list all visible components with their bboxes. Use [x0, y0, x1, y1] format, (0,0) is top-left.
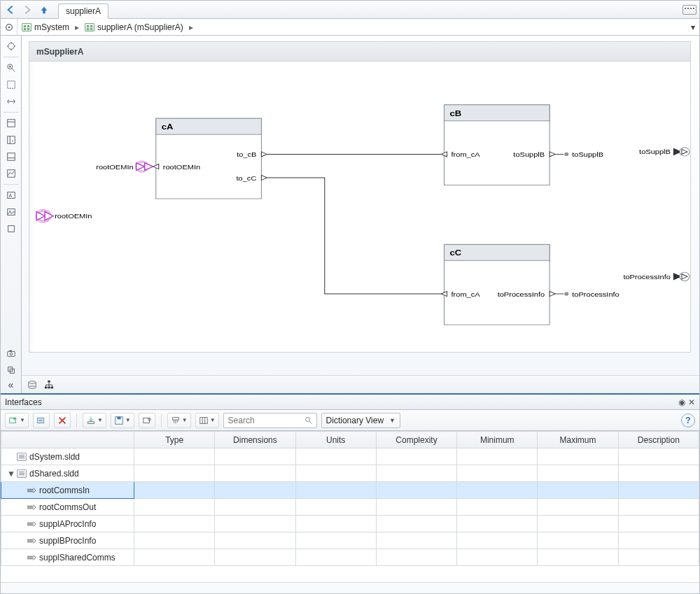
nav-forward-button[interactable]: [20, 3, 34, 16]
cell[interactable]: [618, 549, 699, 566]
save-button[interactable]: ▼: [111, 413, 134, 428]
table-row[interactable]: rootCommsIn: [1, 482, 699, 499]
cell[interactable]: [376, 499, 456, 516]
cell[interactable]: [295, 499, 376, 516]
col-units[interactable]: Units: [295, 432, 376, 448]
table-row[interactable]: supplBProcInfo: [1, 532, 699, 549]
disclosure-toggle[interactable]: ▼: [7, 469, 14, 479]
panel-minimize-button[interactable]: ◉: [678, 397, 685, 407]
cell[interactable]: [215, 516, 295, 532]
output-port-toSupplB[interactable]: toSupplB: [639, 148, 690, 156]
cell[interactable]: [134, 499, 215, 516]
filter-button[interactable]: ▼: [167, 413, 191, 428]
cell[interactable]: [295, 549, 376, 566]
chart-icon[interactable]: [4, 166, 19, 181]
cell[interactable]: [618, 516, 699, 532]
view-selector[interactable]: Dictionary View ▼: [321, 413, 400, 428]
cell[interactable]: [457, 482, 538, 499]
columns-button[interactable]: ▼: [195, 413, 219, 428]
annotation-icon[interactable]: A: [4, 188, 19, 203]
cell[interactable]: [134, 549, 215, 566]
cell[interactable]: [538, 516, 618, 532]
cell[interactable]: [457, 532, 538, 549]
cell[interactable]: [376, 448, 456, 465]
panel-top-icon[interactable]: [4, 115, 19, 131]
cell[interactable]: [376, 516, 456, 532]
table-row[interactable]: supplSharedComms: [1, 549, 699, 566]
cell[interactable]: [215, 482, 295, 499]
cell[interactable]: [538, 549, 618, 566]
target-icon[interactable]: [1, 19, 18, 35]
cell[interactable]: [134, 448, 215, 465]
cell[interactable]: [295, 516, 376, 532]
cell[interactable]: [376, 549, 456, 566]
table-row[interactable]: rootCommsOut: [1, 499, 699, 516]
cell[interactable]: [295, 532, 376, 549]
tab-supplierA[interactable]: supplierA: [58, 3, 108, 19]
cell[interactable]: [457, 499, 538, 516]
cell[interactable]: [618, 448, 699, 465]
cell[interactable]: [457, 448, 538, 465]
cell[interactable]: [618, 532, 699, 549]
cell[interactable]: [295, 465, 376, 482]
cell[interactable]: [215, 549, 295, 566]
cell[interactable]: [618, 499, 699, 516]
interfaces-grid[interactable]: Type Dimensions Units Complexity Minimum…: [1, 431, 699, 582]
cell[interactable]: [618, 482, 699, 499]
cell[interactable]: [215, 532, 295, 549]
image-icon[interactable]: [4, 204, 19, 220]
table-row[interactable]: ▼dShared.sldd: [1, 465, 699, 482]
panel-close-button[interactable]: ✕: [688, 397, 695, 407]
port-rootOEMIn-external[interactable]: [136, 162, 153, 171]
col-type[interactable]: Type: [134, 432, 215, 448]
cell[interactable]: [295, 482, 376, 499]
cell[interactable]: [376, 532, 456, 549]
interfaces-search[interactable]: [223, 413, 317, 428]
breadcrumb-dropdown[interactable]: ▾: [687, 22, 699, 32]
cell[interactable]: [215, 465, 295, 482]
block-cA[interactable]: cA rootOEMIn to_cB to_cC: [153, 118, 267, 199]
tree-column-header[interactable]: [1, 432, 134, 448]
col-minimum[interactable]: Minimum: [457, 432, 538, 448]
cell[interactable]: [134, 532, 215, 549]
link-button[interactable]: [139, 413, 155, 428]
layers-icon[interactable]: [4, 362, 19, 378]
box-icon[interactable]: [4, 221, 19, 236]
cell[interactable]: [134, 465, 215, 482]
cell[interactable]: [538, 499, 618, 516]
output-port-toProcessInfo[interactable]: toProcessInfo: [623, 272, 690, 281]
col-description[interactable]: Description: [618, 432, 699, 448]
import-button[interactable]: ▼: [83, 413, 106, 428]
keyboard-icon[interactable]: [682, 5, 696, 15]
cell[interactable]: [538, 532, 618, 549]
nav-up-button[interactable]: [37, 3, 51, 16]
col-maximum[interactable]: Maximum: [538, 432, 618, 448]
cell[interactable]: [618, 465, 699, 482]
cell[interactable]: [538, 482, 618, 499]
cell[interactable]: [215, 448, 295, 465]
delete-button[interactable]: [54, 413, 71, 428]
panel-bottom-icon[interactable]: [4, 149, 19, 164]
cell[interactable]: [376, 465, 456, 482]
table-row[interactable]: supplAProcInfo: [1, 516, 699, 532]
block-cC[interactable]: cC from_cA toProcessInfo: [441, 244, 555, 325]
cell[interactable]: [538, 448, 618, 465]
add-element-button[interactable]: [33, 413, 50, 428]
root-port-rootOEMIn[interactable]: [36, 211, 53, 222]
nav-back-button[interactable]: [4, 3, 18, 16]
disk-icon[interactable]: [26, 379, 38, 390]
cell[interactable]: [457, 549, 538, 566]
cell[interactable]: [457, 465, 538, 482]
hide-browser-icon[interactable]: [4, 38, 19, 54]
add-interface-button[interactable]: ▼: [5, 413, 29, 428]
fit-width-icon[interactable]: [4, 94, 19, 109]
cell[interactable]: [376, 482, 456, 499]
col-complexity[interactable]: Complexity: [376, 432, 456, 448]
cell[interactable]: [215, 499, 295, 516]
cell[interactable]: [134, 516, 215, 532]
hierarchy-icon[interactable]: [43, 379, 55, 390]
cell[interactable]: [134, 482, 215, 499]
fit-icon[interactable]: [4, 77, 19, 92]
breadcrumb-mSystem[interactable]: mSystem: [18, 22, 74, 32]
diagram[interactable]: cA rootOEMIn to_cB to_cC: [29, 62, 690, 352]
